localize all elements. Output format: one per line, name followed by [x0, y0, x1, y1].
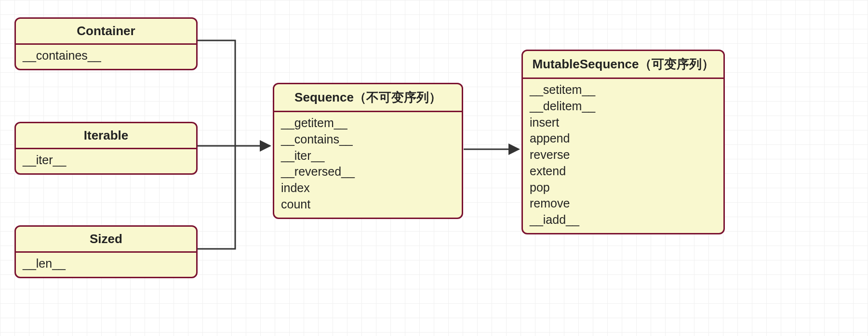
edge-sized-to-sequence	[198, 146, 235, 249]
method-item: pop	[530, 180, 717, 196]
method-item: __containes__	[23, 48, 189, 64]
method-item: __setitem__	[530, 82, 717, 98]
method-item: index	[281, 180, 455, 196]
method-item: __iter__	[23, 152, 189, 168]
edge-container-to-sequence	[198, 40, 235, 146]
class-title-iterable: Iterable	[16, 123, 196, 149]
class-body-sized: __len__	[16, 253, 196, 277]
class-body-container: __containes__	[16, 45, 196, 69]
class-title-container: Container	[16, 19, 196, 45]
method-item: insert	[530, 115, 717, 131]
class-body-sequence: __getitem__ __contains__ __iter__ __reve…	[274, 112, 462, 218]
class-box-container: Container __containes__	[14, 17, 198, 70]
method-item: remove	[530, 195, 717, 212]
class-box-sized: Sized __len__	[14, 225, 198, 278]
class-title-mutable: MutableSequence（可变序列）	[523, 51, 723, 79]
method-item: __len__	[23, 256, 189, 272]
method-item: __iter__	[281, 148, 455, 164]
method-item: count	[281, 196, 455, 213]
class-body-iterable: __iter__	[16, 149, 196, 173]
method-item: __contains__	[281, 131, 455, 148]
class-box-sequence: Sequence（不可变序列） __getitem__ __contains__…	[273, 83, 463, 219]
method-item: __iadd__	[530, 212, 717, 228]
method-item: append	[530, 130, 717, 147]
method-item: __reversed__	[281, 164, 455, 180]
method-item: __getitem__	[281, 115, 455, 131]
method-item: __delitem__	[530, 98, 717, 115]
class-box-mutable: MutableSequence（可变序列） __setitem__ __deli…	[521, 50, 725, 234]
class-box-iterable: Iterable __iter__	[14, 122, 198, 175]
class-title-sequence: Sequence（不可变序列）	[274, 84, 462, 112]
method-item: extend	[530, 163, 717, 180]
class-title-sized: Sized	[16, 227, 196, 253]
class-body-mutable: __setitem__ __delitem__ insert append re…	[523, 79, 723, 233]
method-item: reverse	[530, 147, 717, 163]
